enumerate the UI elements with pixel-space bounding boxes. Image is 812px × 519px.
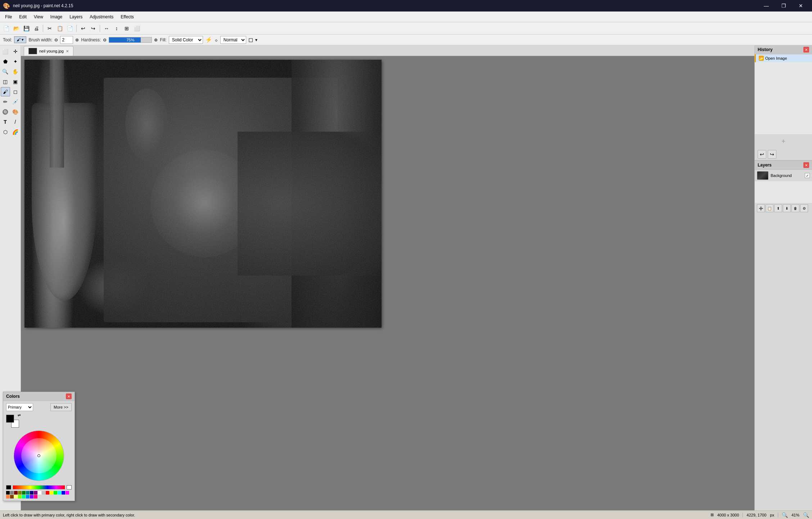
color-spectrum[interactable] — [13, 485, 65, 490]
add-layer-button[interactable]: ➕ — [757, 204, 765, 212]
foreground-color-swatch[interactable] — [6, 415, 14, 423]
print-button[interactable]: 🖨 — [32, 24, 41, 33]
menu-adjustments[interactable]: Adjustments — [86, 13, 117, 21]
palette-sky-blue[interactable] — [26, 495, 30, 498]
canvas-area[interactable] — [21, 56, 754, 510]
clone-stamp-tool[interactable]: 🔘 — [1, 107, 10, 117]
duplicate-layer-button[interactable]: 📋 — [766, 204, 773, 212]
copy-button[interactable]: 📋 — [55, 24, 64, 33]
black-swatch-small[interactable] — [6, 485, 11, 490]
gradient2-tool[interactable]: 🌈 — [11, 127, 20, 137]
pan-tool[interactable]: ✋ — [11, 67, 20, 76]
palette-olive[interactable] — [18, 491, 22, 495]
palette-yellow-green[interactable] — [18, 495, 22, 498]
menu-image[interactable]: Image — [47, 13, 66, 21]
palette-lime[interactable] — [54, 491, 57, 495]
palette-black[interactable] — [6, 491, 10, 495]
palette-aqua[interactable] — [58, 491, 61, 495]
palette-hot-pink[interactable] — [34, 495, 37, 498]
color-mode-select[interactable]: Primary Secondary — [6, 403, 33, 411]
hardness-decrease[interactable]: ⊖ — [103, 37, 107, 42]
layer-background[interactable]: Background ✓ — [755, 170, 812, 181]
shapes-tool[interactable]: ⬡ — [1, 127, 10, 137]
colors-more-button[interactable]: More >> — [50, 403, 72, 411]
menu-file[interactable]: File — [1, 13, 15, 21]
palette-gray[interactable] — [10, 491, 14, 495]
delete-layer-button[interactable]: 🗑 — [791, 204, 799, 212]
magic-wand-tool[interactable]: ✦ — [11, 57, 20, 66]
palette-yellow[interactable] — [50, 491, 53, 495]
palette-maroon[interactable] — [14, 491, 18, 495]
palette-light-yellow[interactable] — [14, 495, 18, 498]
new-button[interactable]: 📄 — [1, 24, 11, 33]
gradient-tool[interactable]: ◫ — [1, 77, 10, 86]
palette-red[interactable] — [46, 491, 49, 495]
flip-v-button[interactable]: ↕ — [112, 24, 121, 33]
palette-green[interactable] — [22, 491, 26, 495]
move-layer-up-button[interactable]: ⬆ — [774, 204, 782, 212]
palette-purple[interactable] — [34, 491, 37, 495]
menu-layers[interactable]: Layers — [66, 13, 86, 21]
image-tab[interactable]: neil young.jpg ✕ — [24, 46, 73, 56]
palette-silver[interactable] — [42, 491, 45, 495]
move-layer-down-button[interactable]: ⬇ — [783, 204, 791, 212]
open-button[interactable]: 📂 — [12, 24, 21, 33]
history-close-button[interactable]: ✕ — [803, 47, 809, 53]
history-undo-button[interactable]: ↩ — [758, 150, 766, 159]
maximize-button[interactable]: ❐ — [775, 0, 792, 12]
blend-mode-select[interactable]: Normal Multiply Screen Overlay — [220, 36, 246, 44]
paint-bucket-tool[interactable]: ▣ — [11, 77, 20, 86]
paste-button[interactable]: 📄 — [65, 24, 75, 33]
history-redo-button[interactable]: ↪ — [768, 150, 776, 159]
palette-blue[interactable] — [62, 491, 65, 495]
active-tool-button[interactable]: 🖌 ▾ — [14, 36, 26, 43]
undo-button[interactable]: ↩ — [78, 24, 88, 33]
zoom-in-button[interactable]: 🔍 — [803, 512, 809, 518]
colors-close-button[interactable]: ✕ — [66, 393, 72, 399]
brush-width-decrease[interactable]: ⊖ — [54, 37, 58, 42]
move-tool[interactable]: ✛ — [11, 47, 20, 56]
zoom-out-button[interactable]: 🔍 — [782, 512, 788, 518]
swap-colors-icon[interactable]: ⇄ — [18, 413, 21, 417]
minimize-button[interactable]: — — [758, 0, 775, 12]
opacity-dropdown[interactable]: ▾ — [255, 37, 257, 42]
redo-button[interactable]: ↪ — [89, 24, 98, 33]
tab-close-button[interactable]: ✕ — [66, 49, 69, 53]
save-button[interactable]: 💾 — [22, 24, 31, 33]
menu-edit[interactable]: Edit — [15, 13, 30, 21]
layer-properties-button[interactable]: ⚙ — [800, 204, 808, 212]
palette-white[interactable] — [38, 491, 41, 495]
menu-effects[interactable]: Effects — [117, 13, 137, 21]
palette-fuchsia[interactable] — [66, 491, 69, 495]
eraser-tool[interactable]: ◻ — [11, 87, 20, 96]
layers-close-button[interactable]: ✕ — [803, 162, 809, 168]
recolor-tool[interactable]: 🎨 — [11, 107, 20, 117]
text-tool[interactable]: T — [1, 117, 10, 127]
palette-brown[interactable] — [10, 495, 14, 498]
menu-view[interactable]: View — [30, 13, 47, 21]
white-swatch-small[interactable] — [67, 485, 72, 490]
palette-navy[interactable] — [30, 491, 33, 495]
hardness-bar[interactable]: 75% — [109, 37, 152, 43]
cut-button[interactable]: ✂ — [45, 24, 54, 33]
zoom-tool[interactable]: 🔍 — [1, 67, 10, 76]
line-tool[interactable]: / — [11, 117, 20, 127]
flip-h-button[interactable]: ↔ — [102, 24, 111, 33]
palette-mint[interactable] — [22, 495, 26, 498]
lasso-tool[interactable]: ⬟ — [1, 57, 10, 66]
paintbrush-tool[interactable]: 🖌 — [1, 87, 10, 96]
color-wheel[interactable] — [14, 431, 64, 481]
pencil-tool[interactable]: ✏ — [1, 97, 10, 106]
brush-width-increase[interactable]: ⊕ — [75, 37, 79, 42]
palette-teal[interactable] — [26, 491, 30, 495]
crop-button[interactable]: ⊞ — [122, 24, 131, 33]
brush-width-input[interactable]: 2 — [60, 36, 73, 44]
resize-button[interactable]: ⬜ — [132, 24, 141, 33]
palette-orange[interactable] — [6, 495, 10, 498]
color-picker-tool[interactable]: 💉 — [11, 97, 20, 106]
history-open-image[interactable]: 📂 Open Image — [755, 54, 812, 62]
layer-visibility-check[interactable]: ✓ — [805, 173, 810, 178]
fill-select[interactable]: Solid Color Gradient Transparent — [169, 36, 203, 44]
palette-violet[interactable] — [30, 495, 33, 498]
hardness-increase[interactable]: ⊕ — [154, 37, 158, 42]
